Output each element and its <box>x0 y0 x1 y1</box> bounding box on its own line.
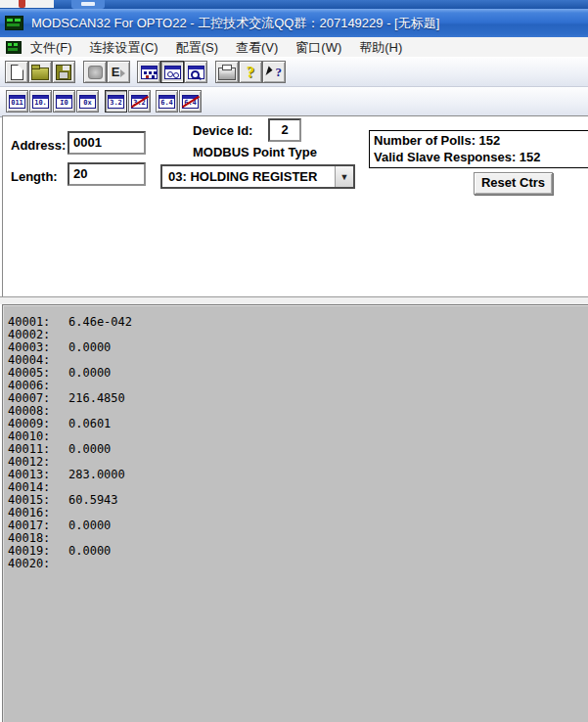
format-toolbar: 011 10. I0 0x 3.2 3.2 6.4 6.4 <box>0 86 588 117</box>
register-value: 0.0000 <box>68 545 111 558</box>
double-format-icon: 6.4 <box>158 95 175 109</box>
child-window-icon[interactable] <box>6 41 22 54</box>
swapped-double-format-button[interactable]: 6.4 <box>179 90 202 113</box>
register-value: 0.0000 <box>68 341 111 354</box>
integer-format-icon: I0 <box>56 95 72 109</box>
traffic-view-button[interactable] <box>137 61 160 83</box>
context-help-icon <box>266 65 282 80</box>
help-button[interactable]: ? <box>239 61 262 83</box>
data-view-button[interactable] <box>160 61 184 83</box>
device-id-input[interactable]: 2 <box>268 118 301 142</box>
register-list: 40001:6.46e-04240002:40003:0.000040004:4… <box>8 316 588 570</box>
register-value: 283.0000 <box>68 469 125 481</box>
poll-definition-panel: Address: 0001 Length: 20 Device Id: 2 MO… <box>2 115 588 296</box>
decimal-format-icon: 10. <box>32 95 49 109</box>
message-view-button[interactable] <box>184 61 207 83</box>
traffic-view-icon <box>141 66 158 79</box>
title-bar[interactable]: MODSCAN32 For OPTO22 - 工控技术交流QQ群：2071492… <box>0 9 588 38</box>
main-toolbar: E ? <box>0 57 588 87</box>
responses-count: Valid Slave Responses: 152 <box>374 149 588 165</box>
open-file-button[interactable] <box>28 61 52 83</box>
background-red-icon <box>19 0 25 8</box>
window-title: MODSCAN32 For OPTO22 - 工控技术交流QQ群：2071492… <box>31 15 439 32</box>
register-row[interactable]: 40013:283.0000 <box>8 469 588 481</box>
point-type-label: MODBUS Point Type <box>193 145 317 159</box>
print-icon <box>218 68 236 80</box>
double-format-button[interactable]: 6.4 <box>156 90 178 113</box>
save-file-button[interactable] <box>52 61 75 83</box>
hex-format-icon: 0x <box>79 95 96 109</box>
register-value: 0.0000 <box>68 519 111 532</box>
open-folder-icon <box>31 68 49 80</box>
help-icon: ? <box>247 65 254 80</box>
register-value: 0.0000 <box>68 367 111 380</box>
background-window-fragment <box>0 0 54 8</box>
menu-bar: 文件(F) 连接设置(C) 配置(S) 查看(V) 窗口(W) 帮助(H) <box>0 37 588 58</box>
integer-format-button[interactable]: I0 <box>53 90 75 113</box>
binary-format-icon: 011 <box>9 95 25 109</box>
register-row[interactable]: 40019:0.0000 <box>8 545 588 558</box>
menu-item-help[interactable]: 帮助(H) <box>350 38 411 57</box>
menu-item-connection[interactable]: 连接设置(C) <box>81 38 167 57</box>
address-input[interactable]: 0001 <box>68 131 146 155</box>
menu-item-view[interactable]: 查看(V) <box>227 38 287 57</box>
decimal-format-button[interactable]: 10. <box>29 90 52 113</box>
swapped-float-format-button[interactable]: 3.2 <box>128 90 151 113</box>
register-value: 216.4850 <box>68 392 125 405</box>
register-value: 0.0000 <box>68 443 111 456</box>
message-view-icon <box>188 66 204 79</box>
hex-format-button[interactable]: 0x <box>76 90 99 113</box>
new-file-icon <box>11 65 23 80</box>
context-help-button[interactable] <box>262 61 286 83</box>
register-row[interactable]: 40015:60.5943 <box>8 494 588 507</box>
address-label: Address: <box>11 138 66 153</box>
print-button[interactable] <box>215 61 239 83</box>
new-file-button[interactable] <box>5 61 28 83</box>
device-id-label: Device Id: <box>193 123 252 138</box>
register-row[interactable]: 40011:0.0000 <box>8 443 588 456</box>
chevron-down-icon[interactable]: ▼ <box>335 166 353 187</box>
float-format-icon: 3.2 <box>108 95 124 109</box>
save-icon <box>56 65 71 80</box>
polls-count: Number of Polls: 152 <box>374 132 588 149</box>
point-type-value: 03: HOLDING REGISTER <box>162 169 335 184</box>
connection-icon <box>88 66 103 79</box>
app-icon[interactable] <box>5 16 23 30</box>
point-type-select[interactable]: 03: HOLDING REGISTER ▼ <box>160 164 355 189</box>
menu-item-setup[interactable]: 配置(S) <box>167 38 227 57</box>
swapped-float-format-icon: 3.2 <box>131 95 148 109</box>
length-input[interactable]: 20 <box>68 162 146 186</box>
register-row[interactable]: 40009:0.0601 <box>8 418 588 430</box>
reset-ctrs-button[interactable]: Reset Ctrs <box>474 172 553 195</box>
register-data-pane[interactable]: 40001:6.46e-04240002:40003:0.000040004:4… <box>2 304 588 722</box>
data-view-icon <box>164 66 181 79</box>
register-row[interactable]: 40001:6.46e-042 <box>8 316 588 329</box>
register-row[interactable]: 40003:0.0000 <box>8 341 588 354</box>
quick-connect-button[interactable]: E <box>107 61 130 83</box>
connection-button <box>83 61 107 83</box>
menu-item-window[interactable]: 窗口(W) <box>287 38 350 57</box>
poll-stats-box: Number of Polls: 152 Valid Slave Respons… <box>369 130 588 168</box>
register-value: 6.46e-042 <box>68 316 132 329</box>
modscan32-window: MODSCAN32 For OPTO22 - 工控技术交流QQ群：2071492… <box>0 0 588 722</box>
register-row[interactable]: 40017:0.0000 <box>8 519 588 532</box>
register-row[interactable]: 40007:216.4850 <box>8 392 588 405</box>
register-row[interactable]: 40005:0.0000 <box>8 367 588 380</box>
register-row[interactable]: 40020: <box>8 558 588 570</box>
length-label: Length: <box>11 169 58 184</box>
register-address: 40020: <box>8 558 68 570</box>
register-value: 60.5943 <box>68 494 118 507</box>
splitter[interactable] <box>0 296 588 304</box>
float-format-button[interactable]: 3.2 <box>105 90 127 113</box>
binary-format-button[interactable]: 011 <box>6 90 28 113</box>
background-blue-icon <box>71 0 105 9</box>
quick-connect-icon: E <box>112 66 126 78</box>
swapped-double-format-icon: 6.4 <box>182 95 199 109</box>
background-window-strip <box>0 0 588 9</box>
menu-item-file[interactable]: 文件(F) <box>22 38 81 57</box>
register-value: 0.0601 <box>68 418 111 430</box>
